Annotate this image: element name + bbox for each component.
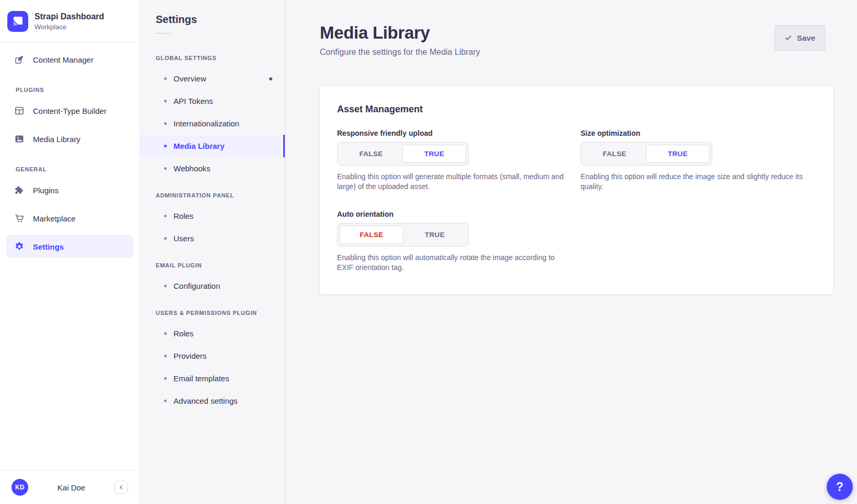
subnav-item-internationalization[interactable]: Internationalization: [140, 112, 285, 135]
sidebar-item-content-manager[interactable]: Content Manager: [6, 48, 133, 71]
sidebar-item-media-library[interactable]: Media Library: [6, 127, 133, 150]
user-name: Kai Doe: [28, 483, 114, 492]
subnav-item-advanced-settings[interactable]: Advanced settings: [140, 390, 285, 412]
check-icon: [785, 34, 792, 41]
sidebar-item-settings[interactable]: Settings: [6, 235, 133, 258]
field-label: Auto orientation: [337, 210, 572, 218]
feather-icon: [14, 54, 25, 65]
sidebar-item-label: Settings: [33, 242, 64, 251]
subnav-section-users-permissions-plugin: USERS & PERMISSIONS PLUGINRolesProviders…: [140, 310, 285, 412]
subnav-section-header: USERS & PERMISSIONS PLUGIN: [156, 310, 285, 316]
bullet-icon: [164, 355, 167, 357]
bullet-icon: [164, 122, 167, 125]
save-button[interactable]: Save: [774, 25, 826, 51]
sidebar-item-label: Media Library: [33, 135, 80, 144]
panel-title: Asset Management: [337, 104, 816, 115]
asset-fields: Responsive friendly uploadFALSETRUEEnabl…: [337, 129, 816, 272]
subnav-sections: GLOBAL SETTINGSOverviewAPI TokensInterna…: [140, 34, 285, 412]
toggle-option-false[interactable]: FALSE: [340, 145, 402, 163]
bullet-icon: [164, 237, 167, 240]
subnav-item-overview[interactable]: Overview: [140, 67, 285, 90]
page-header-text: Media Library Configure the settings for…: [320, 23, 480, 57]
field-description: Enabling this option will generate multi…: [337, 172, 564, 191]
bullet-icon: [164, 215, 167, 217]
nav-section-header-plugins: PLUGINS: [16, 87, 140, 93]
subnav-section-header: GLOBAL SETTINGS: [156, 55, 285, 61]
subnav-item-configuration[interactable]: Configuration: [140, 275, 285, 297]
asset-management-panel: Asset Management Responsive friendly upl…: [320, 86, 833, 294]
nav-section-header-general: GENERAL: [16, 166, 140, 172]
main-nav-sections: Content ManagerPLUGINSContent-Type Build…: [0, 43, 140, 470]
collapse-sidebar-button[interactable]: [114, 480, 128, 494]
subnav-item-label: Email templates: [173, 374, 229, 383]
bullet-icon: [164, 77, 167, 80]
subnav-item-label: Overview: [173, 74, 206, 83]
sidebar-item-label: Content-Type Builder: [33, 107, 107, 115]
subnav-item-label: Internationalization: [173, 119, 239, 128]
main-content: Media Library Configure the settings for…: [285, 0, 857, 504]
workspace-label: Workplace: [34, 23, 104, 31]
app-title: Strapi Dashboard: [34, 11, 104, 21]
app-sidebar: Strapi Dashboard Workplace Content Manag…: [0, 0, 140, 504]
bullet-icon: [164, 285, 167, 287]
subnav-item-users[interactable]: Users: [140, 227, 285, 250]
field-size-optimization: Size optimizationFALSETRUEEnabling this …: [581, 129, 816, 191]
subnav-item-email-templates[interactable]: Email templates: [140, 367, 285, 390]
subnav-item-roles[interactable]: Roles: [140, 322, 285, 345]
subnav-item-api-tokens[interactable]: API Tokens: [140, 90, 285, 112]
subnav-section-administration-panel: ADMINISTRATION PANELRolesUsers: [140, 192, 285, 250]
subnav-item-media-library[interactable]: Media Library: [140, 135, 285, 157]
cart-icon: [14, 213, 25, 224]
subnav-section-global-settings: GLOBAL SETTINGSOverviewAPI TokensInterna…: [140, 55, 285, 180]
notification-dot-icon: [269, 77, 272, 80]
settings-subnav: Settings GLOBAL SETTINGSOverviewAPI Toke…: [140, 0, 285, 504]
sidebar-item-content-type-builder[interactable]: Content-Type Builder: [6, 99, 133, 122]
subnav-title: Settings: [140, 0, 285, 26]
toggle-option-false[interactable]: FALSE: [583, 145, 646, 163]
subnav-item-label: Providers: [173, 351, 206, 360]
subnav-item-label: API Tokens: [173, 97, 213, 106]
toggle-option-true[interactable]: TRUE: [403, 226, 466, 244]
bullet-icon: [164, 167, 167, 170]
image-icon: [14, 134, 25, 144]
page-header: Media Library Configure the settings for…: [285, 0, 857, 57]
field-label: Responsive friendly upload: [337, 129, 572, 137]
question-mark-icon: ?: [836, 480, 843, 494]
sidebar-item-plugins[interactable]: Plugins: [6, 179, 133, 202]
chevron-left-icon: [118, 484, 124, 490]
subnav-item-roles[interactable]: Roles: [140, 205, 285, 227]
bullet-icon: [164, 145, 167, 147]
field-label: Size optimization: [581, 129, 816, 137]
sidebar-item-label: Marketplace: [33, 214, 76, 223]
field-description: Enabling this option will automatically …: [337, 253, 564, 272]
sidebar-item-label: Content Manager: [33, 55, 94, 64]
subnav-item-providers[interactable]: Providers: [140, 345, 285, 367]
page-subtitle: Configure the settings for the Media Lib…: [320, 48, 480, 57]
sidebar-item-label: Plugins: [33, 186, 59, 195]
subnav-section-header: ADMINISTRATION PANEL: [156, 192, 285, 198]
strapi-logo-icon: [7, 11, 28, 32]
subnav-item-label: Users: [173, 234, 194, 243]
subnav-item-label: Media Library: [173, 142, 225, 150]
toggle-option-false[interactable]: FALSE: [340, 226, 403, 244]
toggle-size-optimization[interactable]: FALSETRUE: [581, 142, 712, 166]
subnav-item-label: Configuration: [173, 282, 220, 290]
page-title: Media Library: [320, 23, 480, 43]
subnav-item-label: Roles: [173, 212, 193, 220]
toggle-option-true[interactable]: TRUE: [646, 145, 710, 163]
field-responsive-friendly-upload: Responsive friendly uploadFALSETRUEEnabl…: [337, 129, 572, 191]
sidebar-item-marketplace[interactable]: Marketplace: [6, 207, 133, 230]
subnav-item-label: Webhooks: [173, 164, 211, 173]
subnav-item-webhooks[interactable]: Webhooks: [140, 157, 285, 180]
layout-icon: [14, 106, 25, 116]
help-button[interactable]: ?: [827, 474, 853, 500]
subnav-section-header: EMAIL PLUGIN: [156, 262, 285, 268]
app-brand: Strapi Dashboard Workplace: [0, 0, 140, 43]
app-brand-text: Strapi Dashboard Workplace: [34, 11, 104, 30]
bullet-icon: [164, 100, 167, 102]
save-button-label: Save: [797, 33, 815, 42]
toggle-option-true[interactable]: TRUE: [402, 145, 466, 163]
toggle-auto-orientation[interactable]: FALSETRUE: [337, 223, 469, 247]
toggle-responsive-friendly-upload[interactable]: FALSETRUE: [337, 142, 469, 166]
bullet-icon: [164, 332, 167, 335]
